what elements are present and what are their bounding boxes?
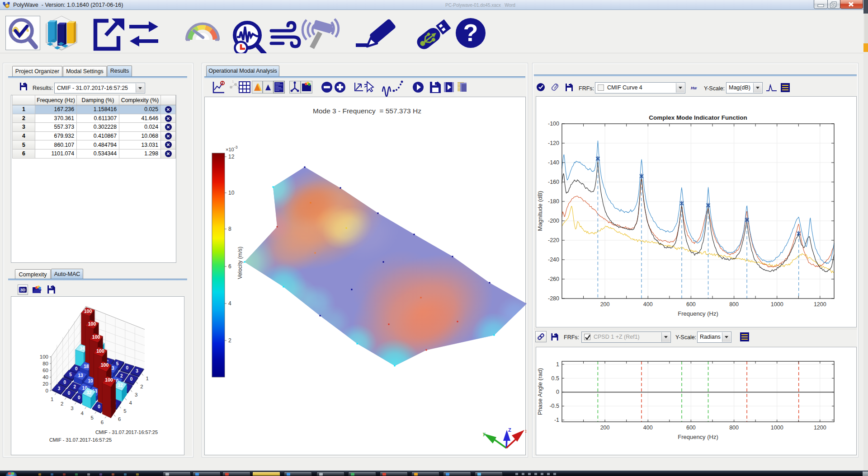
svg-text:Complex Mode Indicator Functio: Complex Mode Indicator Function (649, 114, 747, 121)
svg-text:Magnitude (dB): Magnitude (dB) (537, 191, 543, 231)
svg-text:x: x (525, 428, 526, 434)
svg-text:2: 2 (74, 384, 76, 389)
svg-text:2: 2 (228, 337, 231, 344)
svg-text:2: 2 (120, 373, 123, 378)
svg-text:-120: -120 (548, 140, 559, 146)
svg-text:1200: 1200 (814, 425, 826, 431)
svg-text:80: 80 (42, 361, 48, 366)
svg-text:4: 4 (129, 400, 132, 406)
svg-text:800: 800 (729, 425, 739, 431)
svg-text:1200: 1200 (814, 301, 826, 308)
svg-text:0: 0 (126, 365, 129, 370)
svg-text:100: 100 (105, 377, 113, 383)
svg-text:5: 5 (69, 372, 72, 377)
svg-text:-100: -100 (548, 121, 559, 127)
svg-text:-1: -1 (554, 417, 559, 423)
svg-text:200: 200 (600, 425, 610, 431)
svg-text:32: 32 (118, 383, 123, 388)
svg-text:100: 100 (101, 362, 109, 368)
svg-text:1000: 1000 (771, 301, 783, 308)
svg-text:0: 0 (64, 380, 66, 385)
svg-text:5: 5 (91, 415, 94, 420)
svg-text:0: 0 (68, 391, 71, 396)
svg-text:3: 3 (136, 369, 138, 373)
svg-text:10: 10 (88, 378, 93, 383)
svg-text:0: 0 (78, 395, 80, 400)
svg-text:6: 6 (101, 420, 104, 425)
svg-text:0: 0 (46, 388, 48, 393)
svg-text:18: 18 (84, 364, 89, 369)
svg-text:Velocity (m/s): Velocity (m/s) (237, 247, 243, 279)
svg-text:13: 13 (78, 373, 83, 378)
svg-text:3: 3 (135, 392, 137, 397)
svg-text:3: 3 (58, 386, 61, 391)
svg-text:-220: -220 (548, 237, 559, 243)
svg-text:600: 600 (686, 301, 696, 308)
svg-text:800: 800 (729, 301, 739, 308)
svg-text:1: 1 (232, 79, 234, 84)
svg-text:-260: -260 (548, 276, 559, 282)
svg-text:?: ? (463, 19, 478, 46)
svg-text:4: 4 (80, 411, 84, 416)
svg-text:-200: -200 (548, 218, 559, 224)
svg-text:100: 100 (92, 334, 100, 340)
svg-text:y: y (483, 431, 486, 436)
svg-text:100: 100 (40, 354, 48, 359)
svg-text:1: 1 (556, 361, 559, 368)
svg-text:5: 5 (123, 408, 126, 414)
svg-text:600: 600 (686, 425, 696, 431)
svg-text:34: 34 (80, 346, 85, 351)
svg-text:0: 0 (556, 389, 559, 395)
svg-text:Phase Angle (rad): Phase Angle (rad) (537, 368, 543, 415)
svg-text:1: 1 (51, 397, 53, 402)
svg-text:Frequency (Hz): Frequency (Hz) (678, 310, 718, 317)
svg-text:2: 2 (61, 401, 63, 406)
svg-text:100: 100 (96, 348, 104, 354)
svg-text:4: 4 (228, 300, 231, 307)
svg-text:-0.5: -0.5 (549, 403, 559, 409)
svg-text:×10: ×10 (226, 147, 234, 152)
svg-text:0: 0 (98, 404, 100, 409)
svg-text:3: 3 (71, 406, 73, 411)
svg-text:1000: 1000 (771, 425, 783, 431)
svg-text:6: 6 (118, 416, 121, 422)
svg-text:40: 40 (42, 374, 48, 380)
svg-text:100: 100 (88, 321, 96, 327)
svg-text:8: 8 (228, 226, 231, 232)
svg-text:0.5: 0.5 (552, 375, 559, 382)
svg-text:2: 2 (140, 384, 143, 389)
svg-text:12: 12 (228, 154, 235, 160)
svg-text:-140: -140 (548, 159, 559, 166)
svg-text:32: 32 (86, 390, 92, 395)
svg-text:-160: -160 (548, 179, 559, 185)
svg-text:0: 0 (130, 377, 133, 382)
svg-text:3D: 3D (20, 288, 26, 292)
svg-text:-240: -240 (548, 257, 559, 263)
svg-text:1: 1 (146, 376, 149, 381)
svg-text:400: 400 (643, 301, 653, 308)
svg-text:10: 10 (228, 190, 235, 196)
svg-text:5: 5 (116, 361, 119, 366)
svg-text:0: 0 (75, 366, 78, 371)
svg-text:60: 60 (42, 368, 48, 373)
svg-text:200: 200 (600, 301, 610, 308)
svg-text:-3: -3 (234, 145, 238, 149)
svg-text:CMIF - 31.07.2017-16:57:25: CMIF - 31.07.2017-16:57:25 (95, 429, 158, 435)
svg-text:CMIF - 31.07.2017-16:57:25: CMIF - 31.07.2017-16:57:25 (49, 437, 112, 443)
svg-text:-180: -180 (548, 198, 559, 205)
svg-text:Z: Z (508, 427, 511, 433)
svg-text:6: 6 (228, 263, 231, 270)
svg-text:-280: -280 (548, 295, 559, 302)
svg-text:Frequency (Hz): Frequency (Hz) (678, 434, 718, 440)
svg-text:400: 400 (643, 425, 653, 431)
svg-text:20: 20 (42, 381, 48, 387)
svg-text:100: 100 (84, 308, 92, 314)
